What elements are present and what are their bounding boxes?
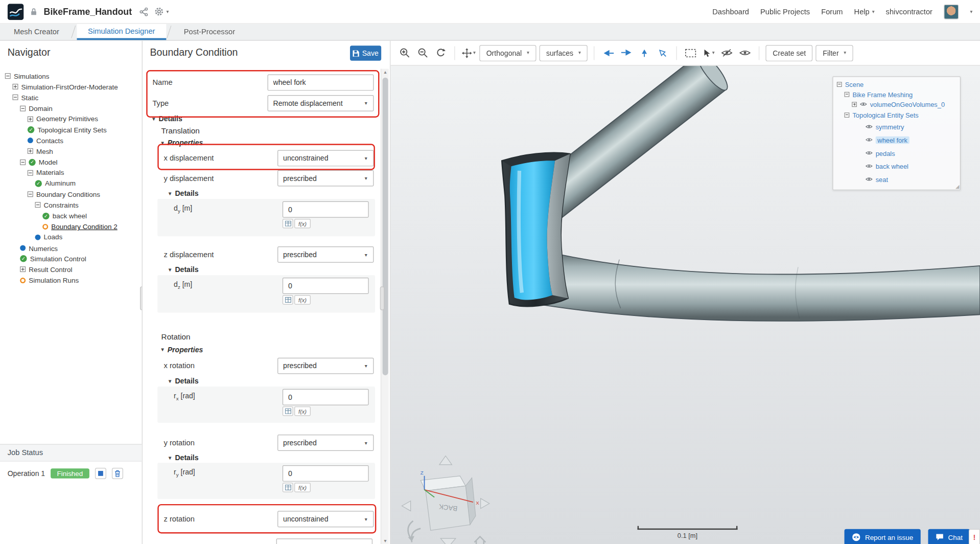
- notification-button[interactable]: !: [969, 529, 980, 544]
- expand-icon[interactable]: [852, 102, 857, 107]
- cube-arrow-left[interactable]: [402, 501, 411, 511]
- ry-input[interactable]: [283, 465, 369, 482]
- scroll-up-arrow[interactable]: ▲: [381, 70, 389, 75]
- avatar[interactable]: [944, 4, 959, 19]
- collapse-icon[interactable]: [845, 92, 850, 97]
- tree-item-mesh[interactable]: Mesh: [0, 146, 142, 156]
- scene-tree-set-pedals[interactable]: pedals: [866, 148, 895, 157]
- name-input[interactable]: [268, 75, 374, 91]
- report-issue-button[interactable]: Report an issue: [845, 529, 921, 544]
- nav-dashboard[interactable]: Dashboard: [712, 7, 749, 16]
- tree-item-constraints[interactable]: Constraints: [0, 200, 142, 211]
- view-align-2-button[interactable]: [619, 46, 634, 60]
- scroll-down-arrow[interactable]: ▼: [381, 538, 389, 543]
- zoom-out-button[interactable]: [415, 46, 430, 60]
- project-settings-menu[interactable]: ▾: [154, 7, 169, 16]
- scene-tree-meshing[interactable]: Bike Frame Meshing: [845, 89, 913, 99]
- collapse-icon[interactable]: [20, 159, 26, 165]
- table-input-button[interactable]: [283, 406, 293, 416]
- render-mode-dropdown[interactable]: surfaces▾: [540, 44, 588, 61]
- collapse-icon[interactable]: [845, 112, 850, 118]
- expand-icon[interactable]: [28, 116, 33, 122]
- bike-down-tube[interactable]: [544, 252, 980, 321]
- formula-input-button[interactable]: f(x): [294, 483, 311, 492]
- hide-selection-button[interactable]: [719, 46, 734, 60]
- tree-item-boundary-condition-2[interactable]: Boundary Condition 2: [0, 221, 142, 232]
- collapse-icon[interactable]: [35, 202, 40, 208]
- tree-item-simulation-runs[interactable]: Simulation Runs: [0, 275, 142, 286]
- share-icon[interactable]: [139, 7, 148, 16]
- scene-tree-set-back-wheel[interactable]: back wheel: [866, 162, 908, 171]
- y-displacement-select[interactable]: prescribed▼: [277, 170, 374, 187]
- details-toggle[interactable]: ▼Details: [168, 377, 199, 385]
- resize-handle[interactable]: ◢: [955, 184, 960, 190]
- tree-item-back-wheel[interactable]: back wheel: [0, 211, 142, 221]
- x-displacement-select[interactable]: unconstrained▼: [277, 150, 374, 167]
- scene-tree-root[interactable]: Scene: [837, 79, 864, 88]
- table-input-button[interactable]: [283, 295, 293, 304]
- collapse-icon[interactable]: [837, 82, 842, 87]
- collapse-icon[interactable]: [28, 191, 33, 197]
- formula-input-button[interactable]: f(x): [294, 295, 311, 304]
- refresh-view-button[interactable]: [433, 46, 448, 60]
- nav-forum[interactable]: Forum: [821, 7, 843, 16]
- properties-toggle[interactable]: ▼Properties: [160, 346, 203, 353]
- type-select[interactable]: Remote displacement▼: [268, 95, 374, 111]
- delete-job-button[interactable]: [112, 468, 123, 479]
- tree-item-simulation-control[interactable]: Simulation Control: [0, 254, 142, 264]
- tree-item-loads[interactable]: Loads: [0, 232, 142, 243]
- details-toggle[interactable]: ▼Details: [151, 115, 182, 123]
- tab-simulation-designer[interactable]: Simulation Designer: [77, 24, 166, 40]
- scene-tree-topo-sets[interactable]: Topological Entity Sets: [845, 110, 919, 119]
- tree-item-contacts[interactable]: Contacts: [0, 135, 142, 146]
- home-icon[interactable]: [474, 537, 485, 544]
- scene-tree-set-seat[interactable]: seat: [866, 174, 888, 184]
- cube-arrow-down[interactable]: [440, 538, 455, 544]
- table-input-button[interactable]: [283, 483, 293, 492]
- save-button[interactable]: Save: [350, 46, 381, 60]
- view-align-3-button[interactable]: [637, 46, 652, 60]
- collapse-icon[interactable]: [20, 105, 26, 111]
- dz-input[interactable]: [283, 278, 369, 294]
- tree-item-topological-entity-sets[interactable]: Topological Entity Sets: [0, 124, 142, 135]
- nav-public-projects[interactable]: Public Projects: [760, 7, 810, 16]
- formula-input-button[interactable]: f(x): [294, 406, 311, 416]
- collapse-icon[interactable]: [12, 95, 18, 100]
- collapse-icon[interactable]: [28, 170, 33, 175]
- expand-icon[interactable]: [28, 148, 33, 154]
- tree-item-materials[interactable]: Materials: [0, 167, 142, 178]
- view-align-4-button[interactable]: [655, 46, 670, 60]
- chevron-down-icon[interactable]: ▾: [970, 9, 972, 14]
- table-input-button[interactable]: [283, 219, 293, 228]
- tree-item-boundary-conditions[interactable]: Boundary Conditions: [0, 189, 142, 199]
- tree-item-model[interactable]: Model: [0, 156, 142, 167]
- orbit-arrow[interactable]: [411, 529, 421, 542]
- cutoff-field-input[interactable]: [276, 538, 372, 544]
- show-all-button[interactable]: [738, 46, 753, 60]
- eye-icon[interactable]: [866, 124, 872, 129]
- expand-icon[interactable]: [20, 267, 26, 273]
- 3d-scene[interactable]: Scene Bike Frame Meshing volumeOnGeoVolu…: [391, 65, 980, 544]
- tab-post-processor[interactable]: Post-Processor: [173, 24, 246, 40]
- details-toggle[interactable]: ▼Details: [168, 454, 199, 462]
- box-select-button[interactable]: [683, 46, 698, 60]
- eye-icon[interactable]: [866, 151, 872, 155]
- scene-tree-overlay[interactable]: Scene Bike Frame Meshing volumeOnGeoVolu…: [832, 76, 961, 190]
- filter-dropdown[interactable]: Filter▾: [816, 44, 853, 61]
- y-rotation-select[interactable]: prescribed▼: [277, 435, 374, 451]
- select-tool-button[interactable]: ▾: [702, 46, 716, 60]
- tree-item-static[interactable]: Static: [0, 92, 142, 103]
- tree-item-geometry-primitives[interactable]: Geometry Primitives: [0, 114, 142, 124]
- tree-item-simulations[interactable]: Simulations: [0, 71, 142, 81]
- panel-collapse-handle[interactable]: [380, 286, 385, 310]
- tree-item-domain[interactable]: Domain: [0, 103, 142, 114]
- app-logo[interactable]: [8, 4, 24, 20]
- stop-job-button[interactable]: [95, 468, 106, 479]
- rx-input[interactable]: [283, 389, 369, 405]
- nav-help[interactable]: Help ▾: [854, 7, 875, 16]
- eye-icon[interactable]: [866, 138, 872, 142]
- properties-toggle[interactable]: ▼Properties: [160, 139, 203, 147]
- tab-mesh-creator[interactable]: Mesh Creator: [3, 24, 71, 40]
- scene-tree-set-wheel-fork[interactable]: wheel fork: [866, 135, 909, 144]
- dy-input[interactable]: [283, 201, 369, 218]
